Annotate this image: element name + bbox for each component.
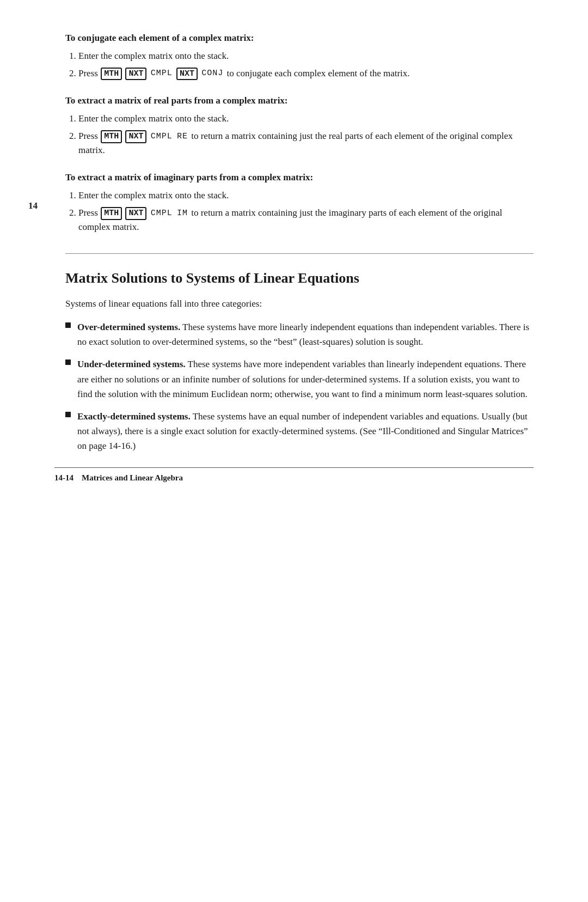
step-text: Enter the complex matrix onto the stack. — [78, 113, 229, 124]
step-text: Press MTH NXT CMPL IM to return a matrix… — [78, 208, 502, 232]
bullet-square-icon — [65, 412, 71, 417]
section-conjugate: To conjugate each element of a complex m… — [65, 33, 534, 80]
section-real-steps: Enter the complex matrix onto the stack.… — [78, 112, 534, 157]
cmpl-menu: CMPL — [151, 208, 173, 220]
footer-page-ref: 14-14 Matrices and Linear Algebra — [54, 473, 183, 482]
re-menu: RE — [177, 131, 188, 143]
section-imaginary-steps: Enter the complex matrix onto the stack.… — [78, 188, 534, 234]
list-item: Over-determined systems. These systems h… — [65, 320, 534, 349]
section-imaginary-heading: To extract a matrix of imaginary parts f… — [65, 172, 534, 183]
matrix-solutions-title: Matrix Solutions to Systems of Linear Eq… — [65, 269, 534, 288]
term-label: Under-determined systems. — [77, 359, 186, 369]
bullet-square-icon — [65, 322, 71, 328]
section-conjugate-steps: Enter the complex matrix onto the stack.… — [78, 49, 534, 80]
step-suffix: to conjugate each complex element of the… — [226, 68, 409, 78]
cmpl-menu: CMPL — [151, 131, 173, 143]
list-item: Press MTH NXT CMPL RE to return a matrix… — [78, 129, 534, 157]
mth-key: MTH — [101, 130, 122, 143]
matrix-solutions-section: Matrix Solutions to Systems of Linear Eq… — [65, 269, 534, 453]
nxt-key: NXT — [125, 68, 146, 81]
nxt-key2: NXT — [176, 68, 198, 81]
step-text: Press MTH NXT CMPL RE to return a matrix… — [78, 131, 513, 155]
list-item: Press MTH NXT CMPL NXT CONJ to conjugate… — [78, 66, 534, 81]
mth-key: MTH — [101, 68, 122, 81]
press-label: Press — [78, 208, 98, 218]
cmpl-menu: CMPL — [151, 68, 173, 80]
nxt-key: NXT — [125, 207, 146, 220]
section-real-heading: To extract a matrix of real parts from a… — [65, 95, 534, 106]
bullet-list: Over-determined systems. These systems h… — [65, 320, 534, 454]
bullet-text: Under-determined systems. These systems … — [77, 357, 534, 401]
step-text: Press MTH NXT CMPL NXT CONJ to conjugate… — [78, 68, 410, 78]
page-footer: 14-14 Matrices and Linear Algebra — [54, 467, 534, 483]
im-menu: IM — [177, 208, 188, 220]
list-item: Exactly-determined systems. These system… — [65, 409, 534, 454]
footer-number: 14-14 — [54, 473, 74, 482]
press-label: Press — [78, 131, 98, 141]
intro-paragraph: Systems of linear equations fall into th… — [65, 296, 534, 311]
bullet-square-icon — [65, 359, 71, 365]
page: 14 To conjugate each element of a comple… — [0, 0, 588, 505]
step-text: Enter the complex matrix onto the stack. — [78, 51, 229, 61]
section-real: To extract a matrix of real parts from a… — [65, 95, 534, 157]
term-label: Exactly-determined systems. — [77, 411, 191, 422]
list-item: Enter the complex matrix onto the stack. — [78, 188, 534, 203]
section-conjugate-heading: To conjugate each element of a complex m… — [65, 33, 534, 44]
list-item: Enter the complex matrix onto the stack. — [78, 49, 534, 63]
footer-title: Matrices and Linear Algebra — [82, 473, 183, 482]
bullet-text: Over-determined systems. These systems h… — [77, 320, 534, 349]
mth-key: MTH — [101, 207, 122, 220]
list-item: Under-determined systems. These systems … — [65, 357, 534, 401]
section-imaginary: To extract a matrix of imaginary parts f… — [65, 172, 534, 234]
margin-page-number: 14 — [28, 200, 38, 211]
bullet-text: Exactly-determined systems. These system… — [77, 409, 534, 454]
step-text: Enter the complex matrix onto the stack. — [78, 190, 229, 200]
term-label: Over-determined systems. — [77, 322, 180, 332]
section-divider — [65, 253, 534, 254]
list-item: Enter the complex matrix onto the stack. — [78, 112, 534, 126]
nxt-key: NXT — [125, 130, 146, 143]
press-label: Press — [78, 68, 98, 78]
list-item: Press MTH NXT CMPL IM to return a matrix… — [78, 206, 534, 234]
conj-menu: CONJ — [201, 68, 223, 80]
